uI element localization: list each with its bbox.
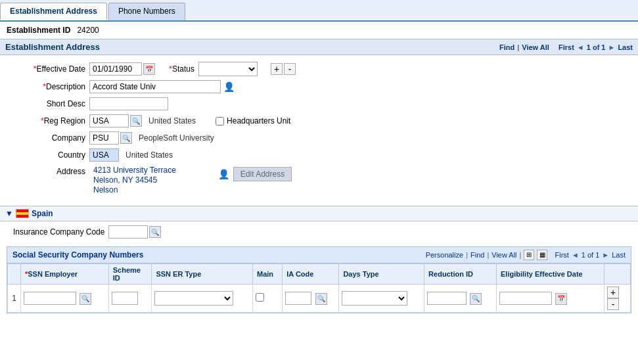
insurance-input[interactable] [108, 225, 148, 239]
col-scheme-id: SchemeID [108, 264, 152, 284]
headquarters-checkbox-group: Headquarters Unit [216, 116, 290, 125]
col-rownum [8, 264, 21, 284]
country-label: Country [13, 150, 85, 160]
ssn-prev-arrow[interactable]: ◄ [572, 251, 579, 259]
reduction-id-input[interactable] [427, 292, 467, 305]
section-header: Establishment Address Find | View All Fi… [0, 39, 638, 55]
reg-region-lookup[interactable]: 🔍 [130, 115, 142, 127]
ia-code-cell: 🔍 [283, 284, 339, 313]
ssn-er-type-select[interactable] [154, 291, 233, 306]
description-label: *Description [13, 82, 85, 91]
col-ssn-er-type: SSN ER Type [152, 264, 253, 284]
view-all-link[interactable]: View All [522, 43, 549, 51]
first-link[interactable]: First [558, 43, 574, 51]
col-main: Main [252, 264, 282, 284]
effective-date-input[interactable] [89, 62, 142, 76]
ia-code-lookup[interactable]: 🔍 [315, 293, 327, 305]
days-type-select[interactable] [342, 291, 407, 306]
tab-phone-numbers[interactable]: Phone Numbers [108, 3, 185, 20]
reg-region-row: *Reg Region 🔍 United States Headquarters… [13, 114, 625, 127]
col-eligibility-effective-date: Eligibility Effective Date [497, 264, 604, 284]
nav-controls: Find | View All First ◄ 1 of 1 ► Last [499, 43, 633, 51]
col-days-type: Days Type [339, 264, 424, 284]
ssn-last-link[interactable]: Last [612, 251, 626, 259]
ssn-pagination: 1 of 1 [581, 251, 600, 259]
ssn-remove-row-button[interactable]: - [607, 298, 619, 310]
scheme-id-input[interactable] [112, 292, 138, 305]
company-input[interactable] [89, 131, 119, 145]
address-lines: 4213 University Terrace Nelson, NY 34545… [93, 166, 176, 195]
country-note: United States [125, 150, 173, 160]
edit-address-button[interactable]: Edit Address [233, 167, 292, 181]
ssn-first-link[interactable]: First [555, 251, 569, 259]
col-ia-code: IA Code [283, 264, 339, 284]
insurance-label: Insurance Company Code [13, 227, 104, 237]
find-link[interactable]: Find [499, 43, 514, 51]
next-arrow[interactable]: ► [608, 43, 615, 51]
insurance-row: Insurance Company Code 🔍 [0, 221, 638, 242]
ssn-find-link[interactable]: Find [470, 251, 484, 259]
ssn-nav-controls: Personalize | Find | View All | ⊞ ▦ Firs… [426, 250, 626, 260]
country-row: Country United States [13, 148, 625, 162]
ssn-export-icon[interactable]: ▦ [537, 250, 547, 260]
establishment-id-row: Establishment ID 24200 [0, 22, 638, 39]
ssn-employer-cell: 🔍 [21, 284, 109, 313]
company-lookup[interactable]: 🔍 [120, 132, 132, 144]
ssn-employer-input[interactable] [24, 292, 76, 305]
eligibility-date-cell: 📅 [497, 284, 604, 313]
col-reduction-id: Reduction ID [424, 264, 497, 284]
description-input[interactable] [89, 80, 221, 93]
country-name: Spain [32, 209, 53, 218]
add-row-button[interactable]: + [271, 63, 283, 75]
days-type-cell [339, 284, 424, 313]
collapse-icon[interactable]: ▼ [5, 209, 13, 218]
ia-code-input[interactable] [285, 292, 311, 305]
add-remove-btns: + - [271, 63, 296, 75]
address-person-icon[interactable]: 👤 [218, 169, 229, 179]
short-desc-input[interactable] [89, 97, 168, 110]
scheme-id-cell [108, 284, 152, 313]
short-desc-row: Short Desc [13, 97, 625, 110]
col-actions [604, 264, 631, 284]
reduction-id-cell: 🔍 [424, 284, 497, 313]
ssn-employer-lookup[interactable]: 🔍 [80, 293, 91, 305]
ssn-section: Social Security Company Numbers Personal… [7, 246, 631, 313]
row-number: 1 [8, 284, 21, 313]
last-link[interactable]: Last [618, 43, 633, 51]
calendar-button[interactable]: 📅 [143, 63, 155, 75]
status-select[interactable]: SSN Employer Inactive [198, 62, 258, 76]
ssn-grid-icon[interactable]: ⊞ [524, 250, 534, 260]
tab-establishment-address[interactable]: Establishment Address [0, 3, 107, 20]
prev-arrow[interactable]: ◄ [577, 43, 584, 51]
company-note: PeopleSoft University [139, 133, 214, 143]
col-ssn-employer: *SSN Employer [21, 264, 109, 284]
tabs-bar: Establishment Address Phone Numbers [0, 0, 638, 22]
address-row: Address 4213 University Terrace Nelson, … [13, 166, 625, 195]
reg-region-input[interactable] [89, 114, 129, 127]
address-line-2: Nelson, NY 34545 [93, 175, 176, 185]
status-label: *Status [162, 64, 194, 74]
ssn-er-type-cell [152, 284, 253, 313]
person-icon[interactable]: 👤 [223, 81, 235, 92]
insurance-lookup[interactable]: 🔍 [149, 226, 161, 238]
ssn-view-all-link[interactable]: View All [491, 251, 516, 259]
ssn-header: Social Security Company Numbers Personal… [7, 247, 631, 263]
reg-region-note: United States [148, 116, 196, 125]
form-area: *Effective Date 📅 *Status SSN Employer I… [0, 55, 638, 206]
country-input[interactable] [89, 148, 119, 162]
reg-region-label: *Reg Region [13, 116, 85, 125]
remove-row-button[interactable]: - [284, 63, 296, 75]
ssn-personalize-link[interactable]: Personalize [426, 251, 463, 259]
ssn-table-header-row: *SSN Employer SchemeID SSN ER Type Main … [8, 264, 631, 284]
headquarters-label: Headquarters Unit [227, 116, 290, 125]
short-desc-label: Short Desc [13, 99, 85, 108]
ssn-table: *SSN Employer SchemeID SSN ER Type Main … [7, 263, 631, 313]
ssn-next-arrow[interactable]: ► [602, 251, 609, 259]
reduction-id-lookup[interactable]: 🔍 [470, 293, 482, 305]
ssn-add-row-button[interactable]: + [607, 286, 619, 298]
eligibility-date-calendar[interactable]: 📅 [555, 293, 567, 305]
main-checkbox[interactable] [256, 293, 264, 302]
headquarters-checkbox[interactable] [216, 117, 224, 125]
ssn-section-title: Social Security Company Numbers [12, 250, 143, 260]
eligibility-date-input[interactable] [499, 292, 552, 305]
